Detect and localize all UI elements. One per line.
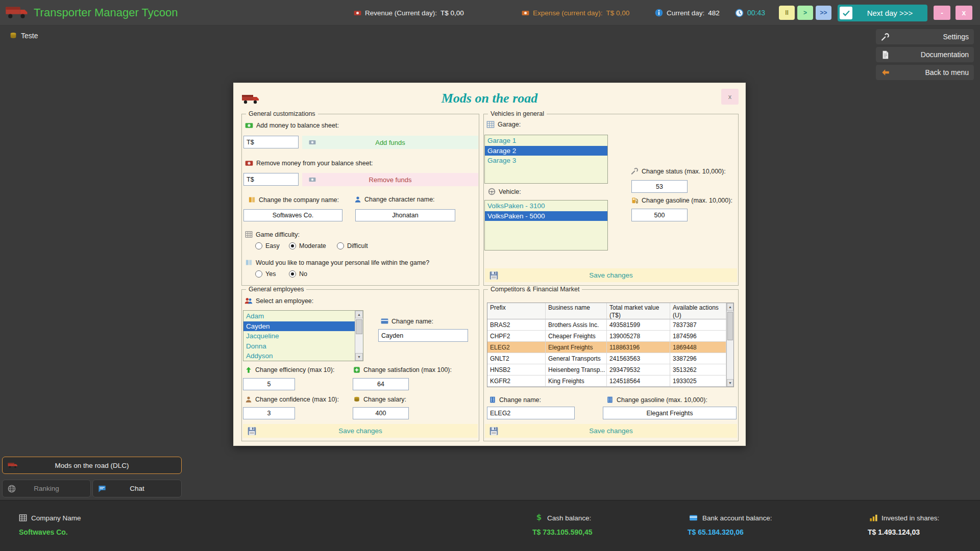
competitors-save-button[interactable]: Save changes (485, 424, 737, 438)
employees-save-button[interactable]: Save changes (243, 424, 478, 438)
garage-label: Garage: (498, 121, 521, 128)
fast-forward-button[interactable]: >> (816, 6, 831, 20)
salary-input[interactable] (353, 407, 409, 419)
change-gasoline-input[interactable] (631, 209, 688, 221)
table-row[interactable]: BRAS2 Brothers Assis Inc. 493581599 7837… (487, 319, 726, 331)
list-item-addyson[interactable]: Addyson (243, 351, 355, 361)
cell-prefix: GNLT2 (487, 353, 546, 364)
competitor-change-name-input[interactable] (487, 407, 575, 419)
employees-title: General employees (246, 286, 306, 293)
radio-yes[interactable] (255, 270, 262, 278)
list-item-jacqueline[interactable]: Jacqueline (243, 331, 355, 341)
scroll-down-arrow[interactable]: ▼ (727, 379, 733, 387)
save-floppy-icon (248, 427, 256, 435)
scroll-track[interactable] (727, 311, 733, 379)
invested-shares-label: Invested in shares: (881, 514, 939, 522)
add-funds-label: Add funds (375, 139, 405, 146)
table-row[interactable]: GNLT2 General Transports 241563563 33872… (487, 353, 726, 364)
list-item-vehicle-3100[interactable]: VolksPaken - 3100 (485, 201, 607, 211)
list-item-adam[interactable]: Adam (243, 311, 355, 321)
add-money-input[interactable] (243, 136, 299, 148)
list-item-garage-1[interactable]: Garage 1 (485, 136, 607, 146)
back-to-menu-button[interactable]: Back to menu (876, 65, 974, 80)
tab-chat[interactable]: Chat (92, 480, 182, 497)
list-item-donna[interactable]: Donna (243, 341, 355, 352)
character-name-input[interactable] (355, 209, 455, 221)
minimize-button[interactable]: - (934, 6, 950, 20)
competitor-gasoline-label: Change gasoline (max. 10,000): (617, 396, 707, 404)
settings-label: Settings (943, 33, 969, 41)
efficiency-label-row: Change efficiency (max 10): (245, 366, 334, 373)
general-customizations-group: General customizations Add money to bala… (241, 114, 479, 286)
remove-funds-button[interactable]: Remove funds (302, 173, 478, 186)
bank-balance-value: T$ 65.184.320,06 (688, 528, 744, 536)
table-row[interactable]: KGFR2 King Freights 124518564 1933025 (487, 375, 726, 387)
next-day-button[interactable]: Next day >>> (838, 5, 927, 21)
scroll-thumb[interactable] (727, 312, 733, 340)
add-money-label-row: Add money to balance sheet: (245, 121, 339, 130)
difficulty-option-easy[interactable]: Easy (255, 242, 280, 249)
garage-listbox: Garage 1 Garage 2 Garage 3 (484, 135, 608, 184)
settings-button[interactable]: Settings (876, 29, 974, 44)
dialog-close-button[interactable]: x (721, 89, 739, 105)
list-item-cayden[interactable]: Cayden (243, 321, 355, 332)
salary-coins-icon (353, 396, 360, 403)
list-item-vehicle-5000[interactable]: VolksPaken - 5000 (485, 211, 607, 221)
vehicles-save-button[interactable]: Save changes (485, 268, 737, 282)
difficulty-option-difficult[interactable]: Difficult (337, 242, 368, 249)
list-item-garage-2[interactable]: Garage 2 (485, 146, 607, 156)
personal-life-option-no[interactable]: No (289, 270, 307, 278)
cell-prefix: KGFR2 (487, 375, 546, 387)
cell-name: Heisenberg Transp... (546, 364, 607, 375)
difficulty-option-moderate[interactable]: Moderate (289, 242, 326, 249)
add-funds-button[interactable]: Add funds (302, 136, 478, 149)
employee-list-scrollbar[interactable]: ▲ ▼ (355, 311, 363, 361)
change-status-input[interactable] (631, 180, 688, 193)
current-day-indicator: Current day: 482 (655, 0, 720, 26)
scroll-track[interactable] (355, 318, 363, 353)
cell-prefix: ELEG2 (487, 342, 546, 353)
garage-icon (486, 120, 495, 129)
satisfaction-input[interactable] (353, 378, 409, 390)
table-row[interactable]: HNSB2 Heisenberg Transp... 293479532 351… (487, 364, 726, 375)
employee-listbox: Adam Cayden Jacqueline Donna Addyson ▲ ▼ (243, 310, 363, 361)
scroll-up-arrow[interactable]: ▲ (355, 311, 363, 318)
table-row-selected[interactable]: ELEG2 Elegant Freights 118863196 1869448 (487, 342, 726, 353)
competitors-table-scrollbar[interactable]: ▲ ▼ (726, 303, 733, 387)
play-button[interactable]: > (797, 6, 813, 20)
competitors-table-body: Prefix Business name Total market value … (487, 303, 726, 387)
efficiency-input[interactable] (243, 378, 295, 390)
difficulty-label: Game difficulty: (256, 231, 300, 238)
radio-easy[interactable] (255, 242, 262, 249)
confidence-input[interactable] (243, 407, 295, 419)
table-row[interactable]: CHPF2 Cheaper Freights 139005278 1874596 (487, 331, 726, 342)
radio-moderate[interactable] (289, 242, 296, 249)
personal-life-yes-label: Yes (265, 270, 276, 278)
radio-no[interactable] (289, 270, 296, 278)
clock-icon (735, 9, 744, 17)
scroll-down-arrow[interactable]: ▼ (355, 353, 363, 361)
revenue-icon (354, 9, 361, 17)
documentation-button[interactable]: Documentation (876, 47, 974, 62)
current-day-value: 482 (708, 9, 720, 17)
remove-money-input[interactable] (243, 173, 299, 186)
window-close-button[interactable]: x (955, 6, 972, 20)
scroll-up-arrow[interactable]: ▲ (727, 303, 733, 311)
radio-difficult[interactable] (337, 242, 344, 249)
company-name-icon (248, 196, 256, 204)
company-name-input[interactable] (243, 209, 342, 221)
employee-change-name-input[interactable] (378, 329, 468, 342)
clock-time: 00:43 (747, 9, 765, 17)
tab-mods-on-the-road-dlc[interactable]: Mods on the road (DLC) (2, 457, 182, 474)
list-item-garage-3[interactable]: Garage 3 (485, 156, 607, 166)
scroll-thumb[interactable] (356, 319, 362, 334)
invested-shares-value: T$ 1.493.124,03 (868, 528, 920, 536)
pause-button[interactable]: II (779, 6, 795, 20)
revenue-label: Revenue (Current day): (365, 9, 437, 17)
personal-life-option-yes[interactable]: Yes (255, 270, 276, 278)
funds-coins-icon (308, 139, 316, 146)
next-day-label: Next day >>> (852, 9, 927, 17)
gas-pump-icon (631, 196, 639, 204)
tab-ranking[interactable]: Ranking (2, 480, 91, 497)
competitor-gasoline-input[interactable] (603, 407, 737, 419)
